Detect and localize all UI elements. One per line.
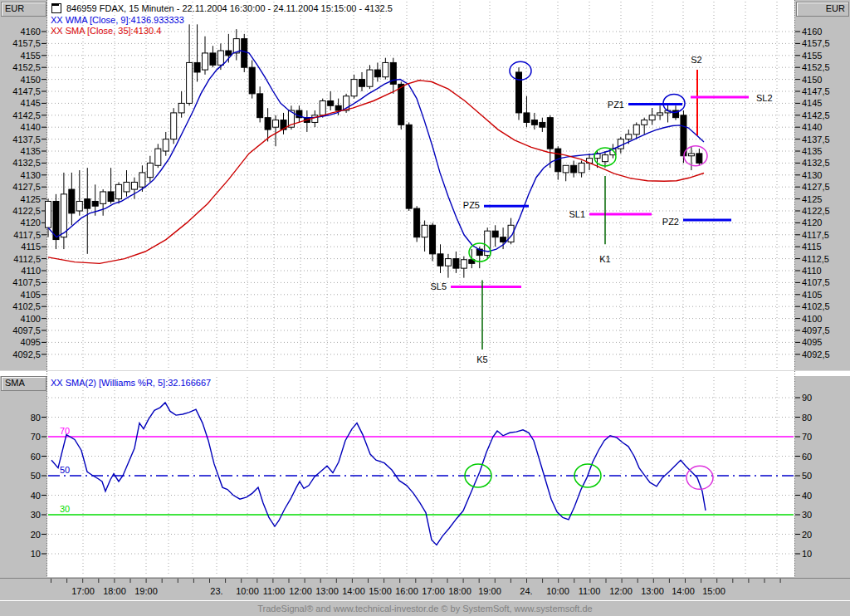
candle [374, 70, 380, 77]
price-axis-label-left: 4130 [21, 170, 41, 180]
x-axis-label: 11:00 [263, 586, 286, 596]
indicator-axis-label-right: 90 [802, 393, 812, 403]
candle [437, 254, 443, 266]
price-axis-label-right: 4132,5 [802, 158, 830, 168]
x-axis-label: 13:00 [641, 586, 664, 596]
price-axis-label-left: 4100 [21, 314, 41, 324]
indicator-axis-label-left: 50 [31, 471, 41, 481]
x-axis-label: 18:00 [103, 586, 126, 596]
price-axis-label-right: 4140 [802, 122, 822, 132]
price-axis-label-left: 4160 [21, 27, 41, 37]
candle [453, 259, 459, 269]
annotation-label-K5: K5 [476, 354, 487, 364]
candle [203, 53, 208, 70]
candle [116, 184, 122, 198]
candle [531, 120, 537, 125]
candle [547, 118, 553, 149]
price-axis-label-left: 4127,5 [12, 182, 41, 192]
candle [461, 260, 467, 268]
candle [626, 134, 632, 139]
candle [398, 84, 404, 125]
candle [194, 62, 200, 72]
tradesignal-chart-window: EUR EUR SMA 846959 FDAX, 15 Minuten - 22… [0, 0, 850, 616]
annotation-label-PZ5: PZ5 [463, 200, 480, 210]
price-axis-label-right: 4105 [802, 290, 822, 300]
price-axis-label-right: 4155 [802, 51, 822, 61]
indicator-axis-label-right: 80 [802, 413, 812, 423]
indicator-axis-label-left: 10 [31, 549, 41, 559]
price-axis-label-left: 4125 [21, 194, 41, 204]
candle [602, 155, 608, 162]
price-axis-label-left: 4142,5 [12, 110, 41, 120]
indicator-axis-label-right: 10 [802, 549, 812, 559]
indicator-axis-label-right: 70 [802, 432, 812, 442]
price-axis-label-right: 4122,5 [802, 206, 830, 216]
candle [618, 139, 623, 149]
candle [210, 53, 216, 65]
candle [312, 115, 318, 123]
candle [273, 120, 279, 128]
candle [217, 51, 223, 65]
annotation-label-K1: K1 [599, 254, 610, 264]
price-axis-label-left: 4152,5 [12, 62, 41, 72]
price-axis-label-left: 4157,5 [12, 38, 41, 48]
price-axis-label-right: 4112,5 [802, 254, 829, 264]
candle [124, 182, 129, 192]
candle [696, 154, 702, 164]
candle [492, 231, 498, 237]
indicator-axis-label-left: 30 [31, 510, 41, 520]
candle [69, 189, 75, 213]
price-axis-label-right: 4120 [802, 218, 822, 227]
price-axis-label-right: 4145 [802, 98, 822, 108]
price-axis-label-left: 4132,5 [12, 158, 41, 168]
price-axis-label-right: 4107,5 [802, 277, 830, 287]
indicator-axis-label-left: 40 [31, 491, 41, 501]
indicator-axis-label-right: 20 [802, 530, 812, 540]
candle [46, 201, 51, 227]
x-axis-label: 17:00 [422, 586, 445, 596]
level-label-70: 70 [60, 426, 70, 436]
x-axis-label: 13:00 [315, 586, 339, 596]
x-axis-label: 23. [210, 586, 222, 596]
candle [445, 259, 451, 266]
candle [516, 72, 522, 113]
price-axis-label-left: 4140 [21, 122, 41, 132]
candle [681, 115, 686, 156]
x-axis-label: 24. [520, 586, 532, 596]
price-axis-label-right: 4150 [802, 75, 822, 85]
candle [633, 125, 639, 134]
candle [406, 125, 412, 208]
price-axis-label-right: 4095 [802, 337, 822, 347]
candle [563, 165, 569, 173]
candle [335, 105, 341, 110]
price-axis-label-right: 4135 [802, 146, 822, 156]
price-axis-label-right: 4127,5 [802, 182, 830, 192]
indicator-axis-label-left: 80 [31, 413, 41, 423]
candle [430, 225, 436, 254]
level-label-50: 50 [60, 465, 70, 475]
x-axis-label: 19:00 [478, 586, 501, 596]
candle [657, 113, 663, 115]
candle [76, 201, 82, 211]
annotation-label-PZ2: PZ2 [662, 217, 679, 227]
x-axis-label: 14:00 [342, 586, 365, 596]
candle [642, 120, 647, 125]
candle [320, 101, 325, 115]
candle [92, 201, 98, 206]
candle [155, 149, 161, 165]
candle [131, 182, 137, 189]
price-axis-label-right: 4160 [802, 27, 822, 37]
candle [139, 173, 145, 187]
x-axis-label: 14:00 [672, 586, 695, 596]
candle [501, 237, 506, 242]
x-axis-label: 12:00 [609, 586, 633, 596]
candle [367, 70, 373, 86]
williams-line [51, 403, 706, 545]
candle [649, 115, 655, 120]
price-axis-label-right: 4117,5 [802, 230, 829, 240]
price-axis-label-left: 4115 [21, 242, 41, 252]
price-axis-label-left: 4135 [21, 146, 41, 156]
price-axis-label-left: 4112,5 [13, 254, 41, 264]
candle [178, 103, 184, 113]
price-axis-label-right: 4110 [802, 266, 822, 276]
